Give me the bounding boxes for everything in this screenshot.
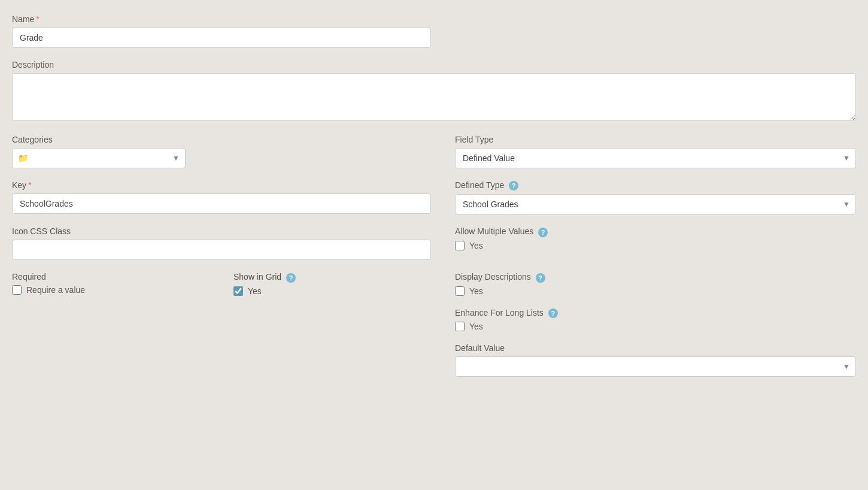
key-input[interactable]: SchoolGrades xyxy=(12,193,431,214)
default-value-section: Default Value ▼ xyxy=(455,343,856,389)
enhance-section: Enhance For Long Lists ? Yes xyxy=(455,308,856,343)
key-definedtype-row: Key* SchoolGrades Defined Type ? School … xyxy=(12,180,856,226)
show-in-grid-checkbox-group: Yes xyxy=(233,286,431,296)
required-checkbox-group: Require a value xyxy=(12,285,233,295)
field-type-label: Field Type xyxy=(455,135,856,144)
allow-multiple-section: Allow Multiple Values ? Yes xyxy=(455,226,856,272)
categories-select-wrapper: 📁 ▼ xyxy=(12,148,186,168)
icon-css-section: Icon CSS Class xyxy=(12,226,431,272)
key-section: Key* SchoolGrades xyxy=(12,180,431,226)
description-textarea[interactable] xyxy=(12,73,856,121)
form-container: Name* Grade Description Categories 📁 ▼ xyxy=(12,14,856,389)
required-showingrid-inner: Required Require a value Show in Grid ? xyxy=(12,272,431,307)
key-label: Key* xyxy=(12,180,431,190)
enhance-row: Enhance For Long Lists ? Yes xyxy=(12,308,856,343)
enhance-help-icon[interactable]: ? xyxy=(548,308,558,318)
defined-type-label: Defined Type ? xyxy=(455,180,856,190)
field-type-select[interactable]: Defined Value Text Integer Decimal Date … xyxy=(455,148,856,168)
defined-type-select-wrapper: School Grades Other ▼ xyxy=(455,194,856,214)
enhance-left-spacer xyxy=(12,308,431,343)
required-showingrid-displaydesc-row: Required Require a value Show in Grid ? xyxy=(12,272,856,307)
enhance-checkbox[interactable] xyxy=(455,322,465,331)
field-type-select-wrapper: Defined Value Text Integer Decimal Date … xyxy=(455,148,856,168)
defined-type-select[interactable]: School Grades Other xyxy=(455,194,856,214)
enhance-checkbox-group: Yes xyxy=(455,322,856,331)
categories-label: Categories xyxy=(12,135,431,144)
icon-css-label: Icon CSS Class xyxy=(12,226,431,236)
required-showingrid-section: Required Require a value Show in Grid ? xyxy=(12,272,431,307)
required-col: Required Require a value xyxy=(12,272,233,307)
name-input[interactable]: Grade xyxy=(12,28,431,48)
categories-fieldtype-row: Categories 📁 ▼ Field Type Defined Value … xyxy=(12,135,856,180)
display-descriptions-checkbox[interactable] xyxy=(455,286,465,296)
default-value-label: Default Value xyxy=(455,343,856,353)
name-group: Name* Grade xyxy=(12,14,856,48)
field-type-section: Field Type Defined Value Text Integer De… xyxy=(455,135,856,180)
description-label: Description xyxy=(12,60,856,69)
default-value-left-spacer xyxy=(12,343,431,389)
name-required-asterisk: * xyxy=(36,14,39,24)
defined-type-section: Defined Type ? School Grades Other ▼ xyxy=(455,180,856,226)
categories-section: Categories 📁 ▼ xyxy=(12,135,431,180)
show-in-grid-help-icon[interactable]: ? xyxy=(286,273,296,283)
display-descriptions-help-icon[interactable]: ? xyxy=(536,273,545,283)
allow-multiple-checkbox-group: Yes xyxy=(455,241,856,250)
display-descriptions-yes-label[interactable]: Yes xyxy=(469,286,483,296)
default-value-select-wrapper: ▼ xyxy=(455,356,856,377)
show-in-grid-checkbox[interactable] xyxy=(233,286,243,296)
required-label: Required xyxy=(12,272,233,282)
icon-allowmultiple-row: Icon CSS Class Allow Multiple Values ? Y… xyxy=(12,226,856,272)
allow-multiple-checkbox[interactable] xyxy=(455,241,465,250)
display-descriptions-section: Display Descriptions ? Yes xyxy=(455,272,856,307)
description-group: Description xyxy=(12,60,856,123)
allow-multiple-yes-label[interactable]: Yes xyxy=(469,241,483,250)
show-in-grid-label: Show in Grid ? xyxy=(233,272,431,282)
default-value-select[interactable] xyxy=(455,356,856,377)
categories-select[interactable] xyxy=(12,148,186,168)
allow-multiple-label: Allow Multiple Values ? xyxy=(455,226,856,237)
enhance-yes-label[interactable]: Yes xyxy=(469,322,483,331)
enhance-label: Enhance For Long Lists ? xyxy=(455,308,856,318)
require-value-label[interactable]: Require a value xyxy=(26,285,85,295)
name-label: Name* xyxy=(12,14,856,24)
allow-multiple-help-icon[interactable]: ? xyxy=(538,228,548,237)
display-descriptions-checkbox-group: Yes xyxy=(455,286,856,296)
default-value-row: Default Value ▼ xyxy=(12,343,856,389)
display-descriptions-label: Display Descriptions ? xyxy=(455,272,856,282)
key-required-asterisk: * xyxy=(28,180,31,190)
defined-type-help-icon[interactable]: ? xyxy=(509,181,518,190)
icon-css-input[interactable] xyxy=(12,240,431,260)
require-value-checkbox[interactable] xyxy=(12,285,22,295)
show-grid-col: Show in Grid ? Yes xyxy=(233,272,431,307)
show-in-grid-yes-label[interactable]: Yes xyxy=(248,286,262,296)
